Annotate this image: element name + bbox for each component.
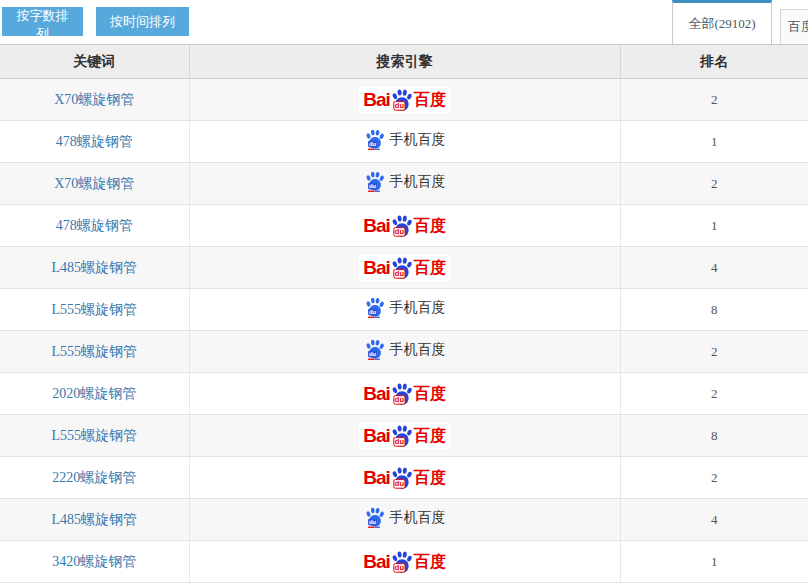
svg-text:du: du bbox=[395, 563, 405, 572]
keyword-link[interactable]: L485螺旋钢管 bbox=[51, 260, 137, 275]
baidu-logo-bai-text: Bai bbox=[363, 426, 390, 445]
svg-text:du: du bbox=[395, 101, 405, 110]
baidu-pc-logo: Bai du 百度 bbox=[359, 381, 450, 407]
baidu-paw-icon: du bbox=[390, 550, 414, 574]
svg-text:du: du bbox=[368, 351, 376, 357]
mobile-baidu-label: 手机百度 bbox=[390, 131, 446, 149]
rank-value: 1 bbox=[711, 554, 718, 569]
table-row: L555螺旋钢管 du 手机百度 8 bbox=[0, 289, 808, 331]
table-row: L555螺旋钢管 Bai du 百度 8 bbox=[0, 415, 808, 457]
keyword-link[interactable]: 2020螺旋钢管 bbox=[52, 386, 136, 401]
svg-text:du: du bbox=[395, 479, 405, 488]
baidu-mobile-engine: du 手机百度 bbox=[364, 171, 446, 193]
keyword-link[interactable]: L555螺旋钢管 bbox=[51, 344, 137, 359]
mobile-baidu-paw-icon: du bbox=[364, 297, 386, 319]
tab-all-label: 全部(29102) bbox=[688, 15, 755, 33]
table-row: L555螺旋钢管 du 手机百度 2 bbox=[0, 331, 808, 373]
table-header-row: 关键词 搜索引擎 排名 bbox=[0, 45, 808, 79]
rank-value: 8 bbox=[711, 428, 718, 443]
baidu-logo-bai-text: Bai bbox=[363, 552, 390, 571]
keyword-link[interactable]: L555螺旋钢管 bbox=[51, 302, 137, 317]
svg-text:du: du bbox=[368, 141, 376, 147]
keyword-link[interactable]: 478螺旋钢管 bbox=[56, 134, 133, 149]
table-row: 478螺旋钢管 Bai du 百度 1 bbox=[0, 205, 808, 247]
column-header-keyword: 关键词 bbox=[0, 45, 189, 79]
svg-text:du: du bbox=[368, 309, 376, 315]
baidu-mobile-engine: du 手机百度 bbox=[364, 507, 446, 529]
mobile-baidu-paw-icon: du bbox=[364, 171, 386, 193]
baidu-paw-icon: du bbox=[390, 256, 414, 280]
baidu-paw-icon: du bbox=[390, 214, 414, 238]
keyword-link[interactable]: L555螺旋钢管 bbox=[51, 428, 137, 443]
svg-text:du: du bbox=[368, 183, 376, 189]
rank-value: 8 bbox=[711, 302, 718, 317]
rank-value: 2 bbox=[711, 344, 718, 359]
baidu-logo-bai-text: Bai bbox=[363, 90, 390, 109]
baidu-mobile-engine: du 手机百度 bbox=[364, 129, 446, 151]
svg-text:du: du bbox=[395, 395, 405, 404]
tab-baidu-label: 百度 bbox=[788, 18, 808, 36]
column-header-search-engine: 搜索引擎 bbox=[189, 45, 620, 79]
baidu-logo-cn-text: 百度 bbox=[414, 386, 446, 402]
baidu-logo-cn-text: 百度 bbox=[414, 554, 446, 570]
mobile-baidu-label: 手机百度 bbox=[390, 173, 446, 191]
svg-text:du: du bbox=[395, 227, 405, 236]
keyword-link[interactable]: X70螺旋钢管 bbox=[54, 176, 134, 191]
column-header-rank: 排名 bbox=[620, 45, 808, 79]
mobile-baidu-paw-icon: du bbox=[364, 339, 386, 361]
rank-value: 2 bbox=[711, 470, 718, 485]
table-row: 2020螺旋钢管 Bai du 百度 2 bbox=[0, 373, 808, 415]
rank-value: 4 bbox=[711, 512, 718, 527]
table-body: X70螺旋钢管 Bai du 百度 2 478螺 bbox=[0, 79, 808, 583]
baidu-mobile-engine: du 手机百度 bbox=[364, 339, 446, 361]
rank-value: 2 bbox=[711, 176, 718, 191]
keyword-link[interactable]: L485螺旋钢管 bbox=[51, 512, 137, 527]
table-row: X70螺旋钢管 Bai du 百度 2 bbox=[0, 79, 808, 121]
svg-text:du: du bbox=[368, 519, 376, 525]
rank-value: 1 bbox=[711, 218, 718, 233]
mobile-baidu-paw-icon: du bbox=[364, 129, 386, 151]
baidu-logo-bai-text: Bai bbox=[363, 384, 390, 403]
keyword-link[interactable]: 3420螺旋钢管 bbox=[52, 554, 136, 569]
tab-baidu[interactable]: 百度 bbox=[780, 9, 808, 44]
table-row: 478螺旋钢管 du 手机百度 1 bbox=[0, 121, 808, 163]
baidu-logo-bai-text: Bai bbox=[363, 216, 390, 235]
rank-value: 2 bbox=[711, 386, 718, 401]
baidu-logo-cn-text: 百度 bbox=[414, 470, 446, 486]
svg-text:du: du bbox=[395, 437, 405, 446]
baidu-logo-bai-text: Bai bbox=[363, 468, 390, 487]
baidu-logo-cn-text: 百度 bbox=[414, 92, 446, 108]
mobile-baidu-label: 手机百度 bbox=[390, 509, 446, 527]
sort-by-time-button[interactable]: 按时间排列 bbox=[96, 7, 189, 36]
baidu-pc-logo: Bai du 百度 bbox=[359, 465, 450, 491]
tab-all[interactable]: 全部(29102) bbox=[672, 0, 772, 44]
keyword-link[interactable]: 2220螺旋钢管 bbox=[52, 470, 136, 485]
svg-text:du: du bbox=[395, 269, 405, 278]
rank-value: 2 bbox=[711, 92, 718, 107]
keyword-link[interactable]: 478螺旋钢管 bbox=[56, 218, 133, 233]
keyword-link[interactable]: X70螺旋钢管 bbox=[54, 92, 134, 107]
baidu-pc-logo: Bai du 百度 bbox=[359, 87, 450, 113]
baidu-mobile-engine: du 手机百度 bbox=[364, 297, 446, 319]
sort-by-wordcount-button[interactable]: 按字数排列 bbox=[2, 7, 83, 36]
mobile-baidu-label: 手机百度 bbox=[390, 299, 446, 317]
baidu-logo-cn-text: 百度 bbox=[414, 428, 446, 444]
table-row: L485螺旋钢管 Bai du 百度 4 bbox=[0, 247, 808, 289]
mobile-baidu-label: 手机百度 bbox=[390, 341, 446, 359]
baidu-paw-icon: du bbox=[390, 466, 414, 490]
table-row: 3420螺旋钢管 Bai du 百度 1 bbox=[0, 541, 808, 583]
baidu-pc-logo: Bai du 百度 bbox=[359, 549, 450, 575]
rank-value: 4 bbox=[711, 260, 718, 275]
mobile-baidu-paw-icon: du bbox=[364, 507, 386, 529]
baidu-logo-cn-text: 百度 bbox=[414, 260, 446, 276]
table-row: L485螺旋钢管 du 手机百度 4 bbox=[0, 499, 808, 541]
table-row: X70螺旋钢管 du 手机百度 2 bbox=[0, 163, 808, 205]
baidu-pc-logo: Bai du 百度 bbox=[359, 423, 450, 449]
top-toolbar: 按字数排列 按时间排列 全部(29102) 百度 bbox=[0, 0, 808, 44]
baidu-pc-logo: Bai du 百度 bbox=[359, 255, 450, 281]
rank-value: 1 bbox=[711, 134, 718, 149]
baidu-paw-icon: du bbox=[390, 88, 414, 112]
keyword-ranking-table: 关键词 搜索引擎 排名 X70螺旋钢管 Bai du 百度 bbox=[0, 44, 808, 583]
baidu-pc-logo: Bai du 百度 bbox=[359, 213, 450, 239]
baidu-logo-bai-text: Bai bbox=[363, 258, 390, 277]
